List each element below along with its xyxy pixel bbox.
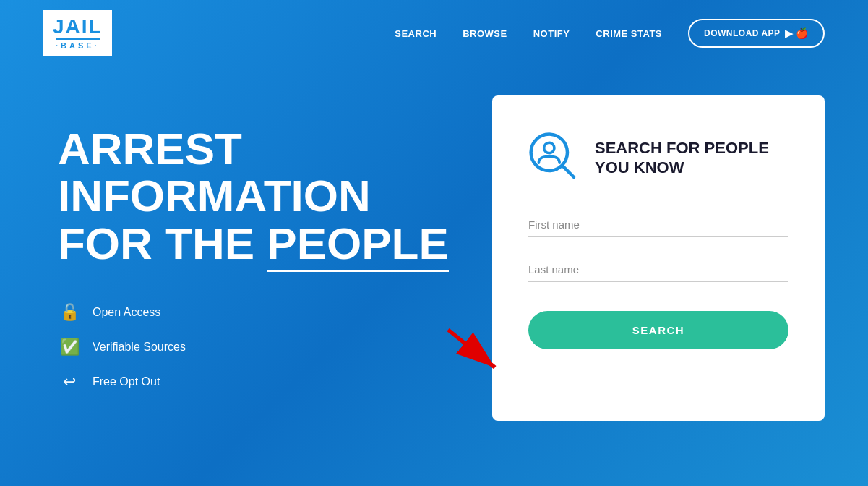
- hero-line3-prefix: FOR THE: [58, 218, 267, 268]
- search-card-header: SEARCH FOR PEOPLE YOU KNOW: [528, 132, 788, 184]
- first-name-field-group: [528, 213, 788, 237]
- hero-line1: ARREST: [58, 125, 463, 172]
- last-name-field-group: [528, 257, 788, 282]
- feature-free-opt-out: ↩ Free Opt Out: [58, 372, 463, 391]
- search-card: SEARCH FOR PEOPLE YOU KNOW SEARCH: [492, 95, 825, 421]
- logo[interactable]: JAIL ·BASE·: [43, 10, 112, 56]
- feature-list: 🔓 Open Access ✅ Verifiable Sources ↩ Fre…: [58, 303, 463, 391]
- download-app-label: DOWNLOAD APP: [704, 28, 781, 38]
- search-card-title-line1: SEARCH FOR PEOPLE: [595, 138, 769, 158]
- logo-jail-text: JAIL: [53, 17, 103, 37]
- feature-open-access-label: Open Access: [93, 306, 160, 319]
- nav-search[interactable]: SEARCH: [395, 28, 437, 39]
- hero-line3-highlight: PEOPLE: [267, 218, 449, 272]
- search-button[interactable]: SEARCH: [528, 311, 788, 349]
- hero-line2: INFORMATION: [58, 172, 463, 219]
- opt-out-icon: ↩: [58, 372, 81, 391]
- search-card-title-line2: YOU KNOW: [595, 158, 769, 178]
- svg-line-4: [563, 166, 574, 177]
- download-icons: ▶ 🍎: [785, 27, 809, 39]
- svg-point-3: [544, 142, 554, 153]
- search-card-title: SEARCH FOR PEOPLE YOU KNOW: [595, 138, 769, 178]
- nav-browse[interactable]: BROWSE: [463, 28, 507, 39]
- feature-open-access: 🔓 Open Access: [58, 303, 463, 322]
- main-nav: SEARCH BROWSE NOTIFY CRIME STATS DOWNLOA…: [395, 19, 825, 48]
- hero-line3: FOR THE PEOPLE: [58, 220, 463, 267]
- last-name-input[interactable]: [528, 257, 788, 282]
- feature-verifiable-sources-label: Verifiable Sources: [93, 341, 186, 354]
- header: JAIL ·BASE· SEARCH BROWSE NOTIFY CRIME S…: [0, 0, 868, 67]
- nav-notify[interactable]: NOTIFY: [533, 28, 570, 39]
- download-app-button[interactable]: DOWNLOAD APP ▶ 🍎: [688, 19, 825, 48]
- feature-verifiable-sources: ✅ Verifiable Sources: [58, 338, 463, 357]
- hero-title: ARREST INFORMATION FOR THE PEOPLE: [58, 125, 463, 266]
- feature-free-opt-out-label: Free Opt Out: [93, 375, 160, 388]
- main-content: ARREST INFORMATION FOR THE PEOPLE 🔓 Open…: [0, 67, 868, 450]
- first-name-input[interactable]: [528, 213, 788, 237]
- lock-icon: 🔓: [58, 303, 81, 322]
- logo-base-text: ·BASE·: [56, 38, 100, 50]
- hero-section: ARREST INFORMATION FOR THE PEOPLE 🔓 Open…: [58, 125, 463, 391]
- nav-crime-stats[interactable]: CRIME STATS: [596, 28, 662, 39]
- check-icon: ✅: [58, 338, 81, 357]
- person-search-icon: [528, 132, 580, 184]
